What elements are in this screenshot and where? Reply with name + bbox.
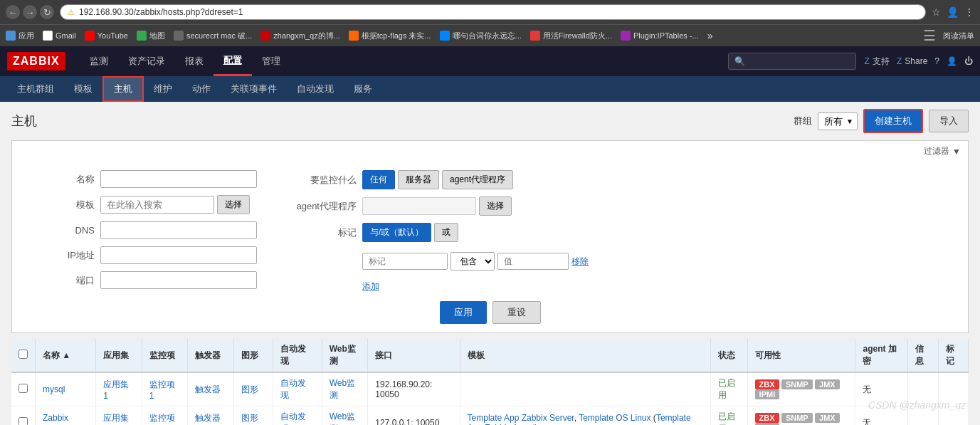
- reload-button[interactable]: ↻: [40, 5, 54, 19]
- menu-item-config[interactable]: 配置: [214, 46, 252, 76]
- help-icon[interactable]: ?: [934, 56, 939, 66]
- row-graphs-cell: 图形: [234, 372, 273, 406]
- table-header-row: 名称 ▲ 应用集 监控项 触发器 图形 自动发现 Web监测 接口 模板 状态 …: [11, 339, 969, 372]
- row-checkbox[interactable]: [19, 417, 28, 425]
- row-tags-cell: [938, 406, 968, 426]
- bookmark-maps[interactable]: 地图: [137, 31, 165, 41]
- agent-select-button[interactable]: 选择: [479, 196, 512, 216]
- filter-header[interactable]: 过滤器 ▼: [12, 141, 968, 162]
- row-items-cell: 监控项 79: [142, 406, 188, 426]
- menu-item-reports[interactable]: 报表: [175, 46, 214, 76]
- sub-menu-maintenance[interactable]: 维护: [144, 76, 182, 102]
- template-input[interactable]: [100, 196, 214, 214]
- bookmark-zhang[interactable]: zhangxm_qz的博...: [260, 31, 340, 41]
- name-input[interactable]: [100, 170, 257, 188]
- bookmark-gmail[interactable]: Gmail: [43, 31, 76, 41]
- bookmark-zhi-label: 哪句台词你永远忘...: [453, 31, 522, 41]
- sub-menu-discovery[interactable]: 自动发现: [287, 76, 344, 102]
- reading-list-icon[interactable]: ☰: [923, 27, 936, 44]
- add-tag-link[interactable]: 添加: [362, 281, 379, 291]
- template-link-2[interactable]: Template OS Linux: [579, 413, 650, 423]
- web-link[interactable]: Web监测: [330, 411, 355, 425]
- bookmark-tcp[interactable]: 根据tcp-flags 来实...: [349, 31, 431, 41]
- sub-menu-actions[interactable]: 动作: [182, 76, 221, 102]
- search-box[interactable]: 🔍: [728, 53, 856, 70]
- snmp-badge: SNMP: [781, 379, 813, 389]
- row-web-cell: Web监测: [322, 372, 368, 406]
- forward-button[interactable]: →: [23, 5, 37, 19]
- bookmark-apps[interactable]: 应用: [6, 31, 34, 41]
- sub-menu-services[interactable]: 服务: [344, 76, 382, 102]
- template-link-1[interactable]: Template App Zabbix Server: [468, 413, 574, 423]
- sub-menu-templates[interactable]: 模板: [64, 76, 102, 102]
- sub-menu-host-groups[interactable]: 主机群组: [7, 76, 64, 102]
- monitor-any-button[interactable]: 任何: [362, 170, 395, 189]
- graphs-link[interactable]: 图形 11: [241, 413, 258, 426]
- col-apps: 应用集: [96, 339, 142, 372]
- import-button[interactable]: 导入: [929, 110, 969, 132]
- tag-and-or-button[interactable]: 与/或（默认）: [362, 223, 431, 242]
- menu-item-assets[interactable]: 资产记录: [118, 46, 175, 76]
- zabbix-logo: ZABBIX: [7, 52, 65, 70]
- browser-chrome: ← → ↻ ⚠ 192.168.90.30/zabbix/hosts.php?d…: [0, 0, 980, 46]
- items-link[interactable]: 监控项 1: [149, 379, 175, 401]
- ip-input[interactable]: [100, 246, 257, 264]
- filter-body: 名称 模板 选择 DNS: [12, 162, 968, 332]
- bookmark-firewall[interactable]: 用活Firewalld防火...: [530, 31, 612, 41]
- user-icon[interactable]: 👤: [947, 56, 957, 66]
- tag-name-input[interactable]: [362, 253, 448, 270]
- discovery-link[interactable]: 自动发现: [280, 378, 306, 400]
- create-host-button[interactable]: 创建主机: [863, 109, 923, 133]
- bookmark-more[interactable]: »: [707, 30, 713, 41]
- sub-menu-event-correlation[interactable]: 关联项事件: [221, 76, 287, 102]
- name-label: 名称: [23, 173, 95, 186]
- row-info-cell: [908, 372, 938, 406]
- row-checkbox[interactable]: [19, 384, 28, 393]
- address-bar[interactable]: ⚠ 192.168.90.30/zabbix/hosts.php?ddreset…: [60, 4, 926, 20]
- graphs-link[interactable]: 图形: [241, 384, 258, 394]
- back-button[interactable]: ←: [6, 5, 20, 19]
- reading-list-label[interactable]: 阅读清单: [943, 31, 974, 41]
- profile-icon[interactable]: 👤: [947, 6, 959, 18]
- tag-value-input[interactable]: [497, 253, 569, 270]
- discovery-link[interactable]: 自动发现 2: [280, 411, 306, 425]
- star-icon[interactable]: ☆: [932, 6, 941, 18]
- menu-item-admin[interactable]: 管理: [252, 46, 290, 76]
- bookmark-plugin-label: Plugin:IPTables -...: [633, 31, 699, 40]
- apply-filter-button[interactable]: 应用: [440, 301, 487, 324]
- tag-condition-select[interactable]: 包含 等于: [451, 252, 495, 271]
- triggers-link[interactable]: 触发器 48: [195, 413, 221, 426]
- template-select-button[interactable]: 选择: [217, 195, 250, 214]
- bookmark-plugin[interactable]: Plugin:IPTables -...: [621, 31, 699, 41]
- apps-link[interactable]: 应用集 11: [103, 413, 129, 426]
- select-all-checkbox[interactable]: [19, 350, 28, 359]
- agent-input[interactable]: [362, 197, 476, 215]
- row-info-cell: [908, 406, 938, 426]
- port-input[interactable]: [100, 271, 257, 289]
- reset-filter-button[interactable]: 重设: [492, 301, 541, 324]
- items-link[interactable]: 监控项 79: [149, 413, 175, 426]
- dns-input[interactable]: [100, 221, 257, 239]
- support-link[interactable]: Z 支持: [865, 56, 890, 68]
- col-name[interactable]: 名称 ▲: [36, 339, 96, 372]
- bookmark-securecrt[interactable]: securecrt mac 破...: [174, 31, 252, 41]
- monitor-server-button[interactable]: 服务器: [398, 170, 439, 189]
- remove-tag-link[interactable]: 移除: [571, 256, 589, 268]
- power-icon[interactable]: ⏻: [964, 56, 973, 66]
- monitor-agent-button[interactable]: agent代理程序: [442, 170, 513, 189]
- apps-link[interactable]: 应用集 1: [103, 379, 129, 401]
- more-icon[interactable]: ⋮: [964, 6, 974, 18]
- share-link[interactable]: Z Share: [897, 56, 927, 66]
- host-name-link[interactable]: mysql: [43, 384, 65, 394]
- bookmark-zhi[interactable]: 哪句台词你永远忘...: [440, 31, 522, 41]
- tag-or-button[interactable]: 或: [434, 223, 458, 242]
- triggers-link[interactable]: 触发器: [195, 384, 221, 394]
- web-link[interactable]: Web监测: [330, 378, 355, 400]
- url-text: 192.168.90.30/zabbix/hosts.php?ddreset=1: [79, 7, 918, 17]
- menu-item-monitor[interactable]: 监测: [80, 46, 118, 76]
- bookmark-youtube[interactable]: YouTube: [85, 31, 128, 41]
- group-select[interactable]: 所有: [818, 112, 858, 130]
- host-name-link[interactable]: Zabbix server: [43, 413, 68, 425]
- table-row: Zabbix server 应用集 11 监控项 79 触发器 48 图形 11: [11, 406, 969, 426]
- sub-menu-hosts[interactable]: 主机: [102, 76, 144, 102]
